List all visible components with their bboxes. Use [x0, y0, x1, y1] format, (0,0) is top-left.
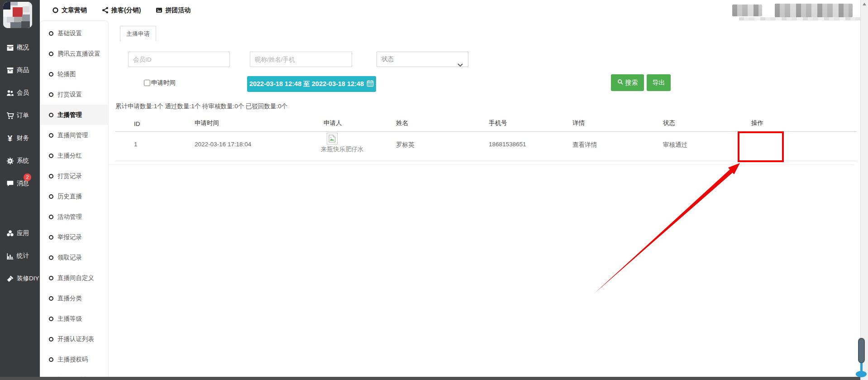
table-header-cell: 操作	[751, 119, 763, 127]
search-button[interactable]: 搜索	[611, 74, 644, 91]
submenu-item-label: 举报记录	[57, 233, 82, 241]
table-header-cell: 详情	[572, 119, 585, 127]
submenu-item-label: 基础设置	[57, 29, 82, 38]
top-nav-item-label: 推客(分销)	[111, 6, 141, 14]
bullet-icon	[49, 255, 53, 260]
sidebar-item[interactable]: 会员	[0, 82, 40, 104]
cell-apply-time: 2022-03-16 17:18:04	[195, 141, 251, 148]
application-summary: 累计申请数量:1个 通过数量:1个 待审核数量:0个 已驳回数量:0个	[115, 102, 287, 111]
cell-name: 罗标英	[396, 141, 415, 149]
nickname-search-input[interactable]	[250, 52, 352, 67]
submenu-item[interactable]: 举报记录	[40, 227, 108, 247]
logo-image	[3, 2, 32, 28]
submenu-item-label: 主播等级	[57, 315, 82, 323]
system-icon	[5, 157, 14, 165]
blurred-user-info	[739, 17, 866, 20]
blurred-user-info	[732, 5, 762, 16]
finance-icon: ¥	[5, 134, 14, 142]
cell-phone: 18681538651	[489, 141, 526, 148]
scroll-up-arrow-icon[interactable]	[861, 0, 868, 8]
top-nav-item-label: 文章营销	[62, 6, 87, 14]
date-range-button[interactable]: 2022-03-18 12:48 至 2022-03-18 12:48	[247, 76, 376, 92]
calendar-icon	[367, 80, 374, 88]
submenu-item[interactable]: 领取记录	[40, 247, 108, 268]
applicant-avatar-broken-image	[327, 133, 338, 144]
submenu-item[interactable]: 打赏记录	[40, 166, 108, 186]
sidebar-item-label: 会员	[17, 89, 29, 97]
submenu-panel: 基础设置 腾讯云直播设置 轮播图 打赏设置 主播管理	[40, 20, 109, 377]
top-nav-item[interactable]: 拼团活动	[156, 6, 191, 14]
bullet-icon	[49, 72, 53, 77]
sidebar-item[interactable]: 商品	[0, 59, 40, 82]
sidebar-item[interactable]: 系统	[0, 149, 40, 172]
notification-badge: 2	[24, 173, 31, 181]
submenu-item[interactable]: 基础设置	[40, 23, 108, 43]
orders-icon	[5, 111, 14, 120]
table-bottom-divider	[109, 164, 854, 165]
sidebar-item-label: 商品	[17, 66, 29, 74]
sidebar-item-label: 财务	[17, 134, 29, 142]
vertical-scrollbar[interactable]	[860, 0, 868, 380]
submenu-item-label: 轮播图	[57, 70, 76, 78]
sidebar-item[interactable]: 统计	[0, 245, 40, 267]
goods-icon	[5, 66, 14, 74]
table-header-cell: 手机号	[489, 119, 507, 127]
sidebar-item[interactable]: 概况	[0, 36, 40, 59]
apply-time-checkbox[interactable]	[144, 80, 150, 86]
table-header-row: ID申请时间申请人姓名手机号详情状态操作	[115, 116, 857, 132]
submenu-item[interactable]: 打赏设置	[40, 84, 108, 105]
sidebar-item[interactable]: ¥ 财务	[0, 127, 40, 149]
submenu-item[interactable]: 历史直播	[40, 186, 108, 207]
submenu-item-label: 历史直播	[57, 192, 82, 201]
cell-id: 1	[134, 141, 138, 148]
stats-icon	[5, 252, 14, 260]
sidebar-item[interactable]: 消息 2	[0, 172, 40, 195]
submenu-item[interactable]: 轮播图	[40, 64, 108, 84]
submenu-item-label: 领取记录	[57, 254, 82, 262]
submenu-item[interactable]: 直播分类	[40, 288, 108, 308]
submenu-item-label: 打赏记录	[57, 172, 82, 180]
cell-status: 审核通过	[663, 141, 687, 149]
submenu-item-label: 主播分红	[57, 152, 82, 160]
overview-icon	[5, 43, 14, 52]
sidebar-item[interactable]: 订单	[0, 104, 40, 127]
submenu-item[interactable]: 主播授权码	[40, 349, 108, 370]
table-header-cell: 状态	[663, 119, 675, 127]
member-id-input[interactable]	[128, 52, 230, 67]
top-nav-item[interactable]: 文章营销	[52, 6, 87, 14]
submenu-item[interactable]: 直播间管理	[40, 125, 108, 145]
share-icon	[102, 7, 109, 14]
apps-icon	[5, 229, 14, 237]
top-nav: 文章营销 推客(分销) 拼团活动	[40, 0, 860, 20]
cell-applicant: 来瓶快乐肥仔水	[321, 133, 364, 154]
table-row: 1 2022-03-16 17:18:04 来瓶快乐肥仔水 罗标英 186815…	[115, 132, 857, 161]
submenu-item-label: 直播间管理	[57, 131, 88, 139]
submenu-item[interactable]: 主播等级	[40, 308, 108, 329]
submenu-item[interactable]: 推广码列表	[40, 370, 108, 377]
export-button[interactable]: 导出	[647, 74, 671, 91]
sidebar-item[interactable]: 装修DIY	[0, 267, 40, 290]
chevron-down-icon	[458, 58, 463, 62]
status-select[interactable]: 状态	[377, 52, 468, 67]
submenu-item-label: 主播授权码	[57, 356, 88, 364]
submenu-item[interactable]: 活动管理	[40, 207, 108, 227]
submenu-item[interactable]: 主播管理	[40, 105, 108, 125]
bullet-icon	[49, 154, 53, 158]
sidebar-item-label: 概况	[17, 43, 29, 52]
submenu-item[interactable]: 腾讯云直播设置	[40, 43, 108, 64]
message-icon	[5, 179, 14, 188]
table-header-cell: ID	[134, 120, 140, 127]
horizontal-scrollbar[interactable]	[0, 377, 860, 380]
submenu-item[interactable]: 直播间自定义	[40, 268, 108, 288]
sidebar-item-label: 统计	[17, 252, 29, 260]
app-logo[interactable]	[3, 2, 32, 28]
table-header-cell: 申请时间	[195, 119, 219, 127]
blurred-user-info	[775, 4, 853, 17]
submenu-item[interactable]: 开播认证列表	[40, 329, 108, 349]
sidebar-item-label: 订单	[17, 111, 29, 120]
view-detail-link[interactable]: 查看详情	[572, 141, 597, 149]
submenu-item[interactable]: 主播分红	[40, 145, 108, 166]
top-nav-item[interactable]: 推客(分销)	[102, 6, 141, 14]
tab-anchor-application[interactable]: 主播申请	[120, 26, 156, 41]
sidebar-item[interactable]: 应用	[0, 222, 40, 245]
